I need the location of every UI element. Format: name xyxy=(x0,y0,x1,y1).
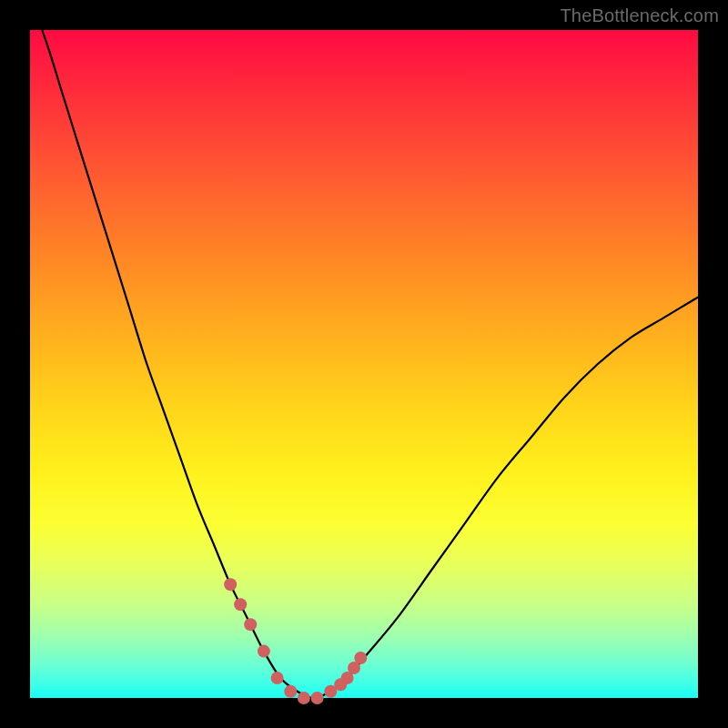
chart-svg-layer xyxy=(0,0,728,728)
sweet-spot-dots xyxy=(224,578,367,704)
sweet-spot-dot xyxy=(271,672,284,684)
bottleneck-curve xyxy=(30,0,698,698)
sweet-spot-dot xyxy=(224,578,237,591)
sweet-spot-dot xyxy=(244,618,257,631)
sweet-spot-dot xyxy=(284,685,297,698)
sweet-spot-dot xyxy=(258,645,270,658)
chart-frame: TheBottleneck.com xyxy=(0,0,728,728)
sweet-spot-dot xyxy=(311,692,324,704)
sweet-spot-dot xyxy=(354,652,367,664)
sweet-spot-dot xyxy=(298,692,310,704)
sweet-spot-dot xyxy=(234,598,247,611)
watermark-text: TheBottleneck.com xyxy=(560,5,719,26)
